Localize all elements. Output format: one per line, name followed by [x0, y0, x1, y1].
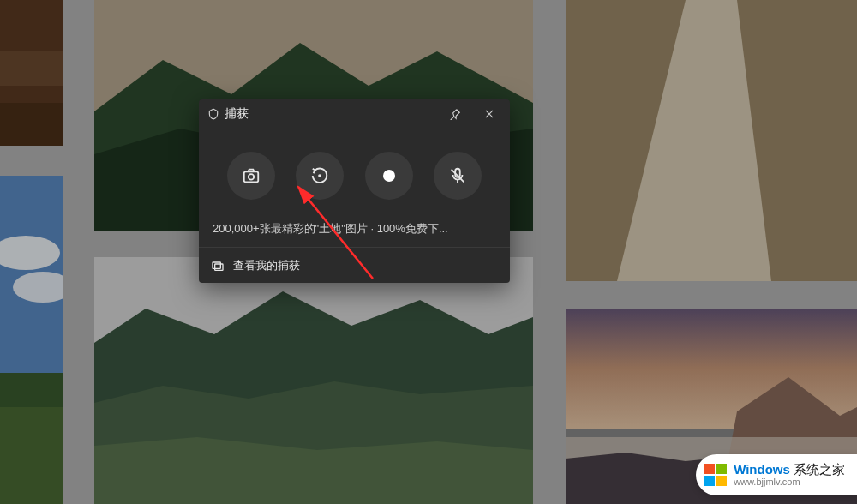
panel-header: 捕获 [199, 99, 510, 129]
panel-title-group: 捕获 [207, 106, 434, 122]
pin-button[interactable] [441, 100, 469, 128]
watermark-url: www.bjjmlv.com [734, 477, 845, 487]
view-captures-label: 查看我的捕获 [233, 258, 300, 273]
svg-rect-28 [215, 264, 223, 270]
mic-off-icon [448, 166, 467, 185]
svg-rect-21 [243, 171, 258, 182]
gallery-thumb[interactable] [566, 0, 857, 281]
camera-icon [242, 166, 261, 185]
gallery-thumb[interactable] [94, 257, 533, 504]
view-captures-button[interactable]: 查看我的捕获 [199, 247, 510, 283]
gallery-thumb[interactable] [0, 0, 63, 146]
windows-logo-icon [704, 464, 727, 486]
svg-rect-11 [0, 373, 63, 407]
capture-panel: 捕获 200,000+张最精彩的"土地"图片 · 100%免费下... 查看我的… [199, 99, 510, 283]
panel-body [199, 129, 510, 216]
svg-point-22 [248, 174, 253, 179]
pin-icon [449, 108, 461, 120]
shield-icon [207, 108, 219, 120]
screenshot-button[interactable] [227, 152, 275, 200]
svg-rect-2 [0, 103, 63, 146]
watermark-text: Windows 系统之家 www.bjjmlv.com [734, 463, 845, 488]
panel-title: 捕获 [225, 106, 249, 122]
mic-toggle-button[interactable] [434, 152, 482, 200]
svg-rect-27 [213, 262, 220, 268]
record-button[interactable] [365, 152, 413, 200]
panel-description: 200,000+张最精彩的"土地"图片 · 100%免费下... [199, 216, 510, 247]
watermark-brand: Windows [734, 462, 790, 477]
refresh-icon [310, 166, 329, 185]
watermark-suffix: 系统之家 [794, 462, 845, 477]
svg-point-23 [318, 174, 321, 177]
svg-rect-1 [0, 51, 63, 86]
watermark: Windows 系统之家 www.bjjmlv.com [696, 454, 857, 495]
close-icon [483, 108, 495, 120]
capture-region-button[interactable] [296, 152, 344, 200]
gallery-icon [211, 259, 225, 273]
svg-rect-12 [0, 407, 63, 504]
record-icon [383, 170, 395, 182]
gallery-thumb[interactable] [0, 176, 63, 504]
close-button[interactable] [476, 100, 503, 128]
